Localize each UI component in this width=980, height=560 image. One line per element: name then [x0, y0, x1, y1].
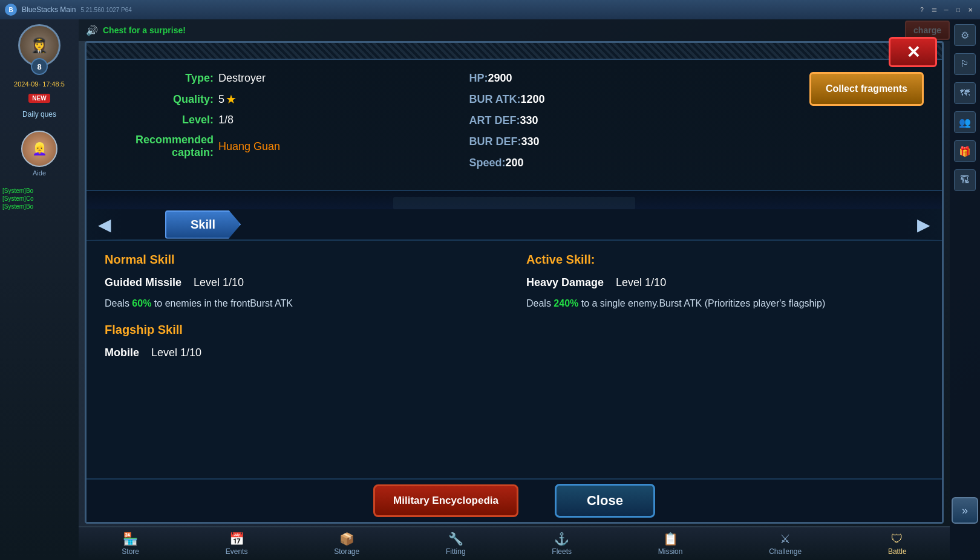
type-label: Type:: [105, 72, 214, 85]
nav-store[interactable]: 🏪 Store: [122, 532, 139, 556]
challenge-label: Challenge: [769, 547, 802, 556]
collect-fragments-button[interactable]: Collect fragments: [809, 72, 924, 106]
battle-icon: 🛡: [891, 532, 903, 546]
player-level: 8: [31, 58, 48, 75]
level-row: Level: 1/8: [105, 114, 433, 126]
military-encyclopedia-button[interactable]: Military Encyclopedia: [373, 484, 518, 517]
people-icon[interactable]: 👥: [954, 111, 976, 133]
hp-value: 2900: [488, 72, 512, 85]
flagship-skill-level: Level 1/10: [151, 347, 201, 359]
nav-storage[interactable]: 📦 Storage: [334, 532, 359, 556]
close-dialog-button[interactable]: Close: [555, 484, 655, 518]
settings-icon[interactable]: ⚙: [954, 24, 976, 46]
minimize-button[interactable]: ─: [941, 5, 951, 15]
fitting-icon: 🔧: [448, 532, 463, 546]
fitting-label: Fitting: [446, 547, 466, 556]
mission-icon: 📋: [663, 532, 678, 546]
normal-skill-section: Normal Skill Guided Missile Level 1/10 D…: [105, 253, 502, 466]
menu-button[interactable]: ☰: [929, 5, 939, 15]
tab-next-button[interactable]: ▶: [906, 209, 942, 240]
store-icon: 🏪: [123, 532, 138, 546]
app-logo: B: [5, 4, 17, 16]
bur-def-label: BUR DEF:: [469, 135, 521, 148]
level-value: 1/8: [218, 114, 234, 126]
aide-avatar[interactable]: 👱‍♀️: [21, 131, 57, 167]
art-def-row: ART DEF: 330: [469, 114, 797, 127]
nav-challenge[interactable]: ⚔ Challenge: [769, 532, 802, 556]
dialog-close-x-button[interactable]: ✕: [889, 37, 937, 67]
nav-events[interactable]: 📅 Events: [226, 532, 248, 556]
normal-skill-highlight: 60%: [132, 298, 151, 308]
maximize-button[interactable]: □: [953, 5, 963, 15]
app-version: 5.21.560.1027 P64: [80, 7, 132, 13]
active-tab-skill[interactable]: Skill: [165, 210, 241, 239]
active-skill-level: Level 1/10: [616, 276, 666, 289]
bur-atk-row: BUR ATK: 1200: [469, 93, 797, 106]
titlebar: B BlueStacks Main 5.21.560.1027 P64 ? ☰ …: [0, 0, 980, 19]
aide-label: Aide: [33, 169, 46, 177]
expand-button[interactable]: »: [952, 497, 978, 524]
nav-battle[interactable]: 🛡 Battle: [888, 532, 907, 556]
announcement-text: Chest for a surprise!: [103, 25, 186, 35]
daily-quest-label[interactable]: Daily ques: [22, 110, 56, 119]
help-button[interactable]: ?: [917, 5, 927, 15]
captain-value: Huang Guan: [218, 140, 280, 153]
close-window-button[interactable]: ✕: [965, 5, 975, 15]
system-line-2: [System]Co: [2, 195, 76, 202]
right-sidebar: ⚙ 🏳 🗺 👥 🎁 🏗 »: [950, 19, 980, 560]
normal-skill-description: Deals 60% to enemies in the frontBurst A…: [105, 296, 502, 311]
system-log: [System]Bo [System]Co [System]Bo: [0, 186, 79, 211]
art-def-value: 330: [520, 114, 538, 127]
app-title: BlueStacks Main: [22, 5, 76, 14]
ship-silhouette-area: [87, 191, 942, 209]
challenge-icon: ⚔: [780, 532, 791, 546]
dialog-header: ✕: [87, 43, 942, 60]
battle-label: Battle: [888, 547, 907, 556]
aide-section: 👱‍♀️ Aide: [21, 131, 57, 177]
captain-label: Recommendedcaptain:: [105, 134, 214, 159]
type-row: Type: Destroyer: [105, 72, 433, 85]
type-value: Destroyer: [218, 72, 266, 85]
flag-icon[interactable]: 🏳: [954, 53, 976, 75]
active-skill-header: Active Skill:: [526, 253, 924, 267]
speed-label: Speed:: [469, 157, 505, 169]
normal-skill-header: Normal Skill: [105, 253, 502, 267]
skill-area: ◀ Skill ▶ Normal Skill Guided Missile Le…: [87, 209, 942, 478]
active-skill-name-row: Heavy Damage Level 1/10: [526, 276, 924, 289]
stats-section: Type: Destroyer Quality: 5 ★ Level: 1/8 …: [87, 60, 942, 191]
store-label: Store: [122, 547, 139, 556]
captain-row: Recommendedcaptain: Huang Guan: [105, 134, 433, 159]
map-icon[interactable]: 🗺: [954, 82, 976, 104]
left-stats: Type: Destroyer Quality: 5 ★ Level: 1/8 …: [105, 72, 433, 166]
nav-mission[interactable]: 📋 Mission: [658, 532, 683, 556]
tab-prev-button[interactable]: ◀: [87, 209, 123, 240]
system-line-3: [System]Bo: [2, 203, 76, 210]
bur-def-row: BUR DEF: 330: [469, 135, 797, 148]
normal-skill-name-row: Guided Missile Level 1/10: [105, 276, 502, 289]
active-skill-description: Deals 240% to a single enemy.Burst ATK (…: [526, 296, 924, 311]
level-label: Level:: [105, 114, 214, 126]
events-label: Events: [226, 547, 248, 556]
flagship-skill-header: Flagship Skill: [105, 323, 502, 337]
speed-row: Speed: 200: [469, 157, 797, 169]
quality-row: Quality: 5 ★: [105, 92, 433, 106]
nav-fitting[interactable]: 🔧 Fitting: [446, 532, 466, 556]
bur-atk-value: 1200: [520, 93, 544, 106]
normal-skill-level: Level 1/10: [194, 276, 244, 289]
gift-icon[interactable]: 🎁: [954, 140, 976, 162]
active-skill-name: Heavy Damage: [526, 276, 604, 289]
system-line-1: [System]Bo: [2, 187, 76, 194]
building-icon[interactable]: 🏗: [954, 169, 976, 191]
nav-fleets[interactable]: ⚓ Fleets: [552, 532, 572, 556]
tab-navigation: ◀ Skill ▶: [87, 209, 942, 241]
flagship-skill-name: Mobile: [105, 347, 139, 359]
storage-label: Storage: [334, 547, 359, 556]
quality-star: ★: [226, 92, 237, 106]
date-time-display: 2024-09- 17:48:5: [14, 80, 65, 89]
ship-image: [393, 197, 635, 209]
hp-row: HP: 2900: [469, 72, 797, 85]
bur-def-value: 330: [521, 135, 539, 148]
ship-detail-dialog: ✕ Type: Destroyer Quality: 5 ★ Level: 1/…: [85, 41, 944, 524]
events-icon: 📅: [229, 532, 244, 546]
quality-value: 5 ★: [218, 92, 237, 106]
